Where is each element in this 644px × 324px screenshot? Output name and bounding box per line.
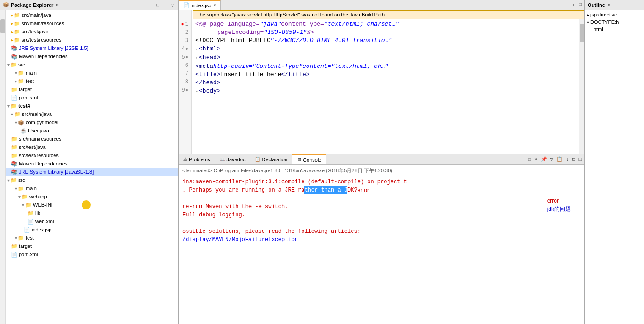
folder-icon: 📁 [11,153,17,159]
console-status-text: <terminated> C:\Program Files\Java\jre1.… [182,168,392,173]
outline-expand-icon: ▾ [587,20,589,25]
folder-icon: 📁 [11,144,17,150]
scrollbar-thumb[interactable] [580,24,584,42]
list-item[interactable]: 📁 target [6,242,178,250]
panel-maximize-icon[interactable]: □ [162,2,168,8]
code-text: <%@ page language= [195,20,259,28]
fold-icon[interactable]: ▸ [195,54,198,62]
folder-icon: 📁 [22,194,28,200]
list-item[interactable]: ▾ 📁 test [6,234,178,242]
code-text: <!DOCTYPE html PUBLIC [195,37,270,45]
list-item[interactable]: 📄 pom.xml [6,250,178,258]
console-status: <terminated> C:\Program Files\Java\jre1.… [182,165,581,176]
tree-label: target [19,87,32,92]
list-item[interactable]: 📚 Maven Dependencies [6,159,178,168]
list-item[interactable]: ▾ 📁 test4 [6,102,178,110]
tree-label: com.gyf.model [26,120,59,125]
panel-minimize-icon[interactable]: ⊟ [154,2,161,8]
list-item[interactable]: 📚 Maven Dependencies [6,52,178,60]
package-icon: 📦 [18,120,24,126]
list-item[interactable]: ▾ 📁 WEB-INF [6,201,178,209]
line-numbers: ●1 2 3 4● 5● 6 7 8 9● [179,10,192,154]
console-link-text[interactable]: /display/MAVEN/MojoFailureException [182,236,298,244]
editor-minimize-icon[interactable]: ⊟ [572,2,577,8]
tree-label: src [18,62,25,67]
console-clear-icon[interactable]: ☐ [527,156,532,163]
list-item[interactable]: ▸📁 src/main/resources [6,19,178,27]
list-item[interactable]: 📚 JRE System Library [J2SE-1.5] [6,44,178,52]
list-item[interactable]: ▾ 📁 main [6,184,178,192]
list-item[interactable]: 📄 web.xml [6,217,178,225]
outline-close-icon[interactable]: × [608,3,610,7]
fold-icon[interactable]: ▸ [195,88,198,96]
outline-item-directive[interactable]: ▸ jsp:directive [587,11,642,18]
code-text: </head> [195,79,220,87]
list-item[interactable]: 📁 src/main/resources [6,135,178,143]
tree-scrollbar-thumb[interactable] [0,19,5,33]
code-text: <body> [199,87,220,95]
panel-close-icon[interactable]: × [56,3,58,7]
outline-item-html[interactable]: html [587,26,642,33]
tab-problems[interactable]: ⚠ Problems [179,154,215,164]
list-item[interactable]: ▸📁 src/main/java [6,11,178,19]
tab-spacer [221,0,571,10]
console-options-icon[interactable]: ▽ [550,156,555,163]
folder-icon: 📁 [25,202,32,208]
list-item[interactable]: ▾ 📁 main [6,69,178,77]
list-item[interactable]: ▾ 📁 webapp [6,192,178,201]
panel-menu-icon[interactable]: ▽ [169,2,176,8]
console-pin-icon[interactable]: 📌 [540,156,548,163]
expand-icon: ▾ [7,104,10,109]
list-item[interactable]: 📄 index.jsp [6,225,178,234]
error-marker: ● [181,21,184,27]
fold-icon[interactable]: ▸ [195,45,198,54]
outline-item-doctype[interactable]: ▾ DOCTYPE:h [587,18,642,26]
list-item[interactable]: ▸ 📁 test [6,77,178,85]
console-scroll-icon[interactable]: ↓ [565,156,570,163]
list-item[interactable]: 📁 target [6,85,178,93]
tree-label: src/test/java [22,29,49,34]
tree-label: lib [35,210,40,216]
console-line: Full debug logging. [182,211,581,219]
panel-header-icons: ⊟ □ ▽ [154,2,176,8]
tab-declaration[interactable]: 📋 Declaration [250,154,292,164]
tree-label: src/test/java [19,144,46,150]
console-link-line[interactable]: /display/MAVEN/MojoFailureException [182,236,581,244]
editor-scrollbar-right[interactable] [579,10,584,154]
console-maximize-icon[interactable]: □ [578,156,583,163]
console-close-icon[interactable]: × [534,156,539,163]
console-copy-icon[interactable]: 📋 [556,156,564,163]
code-text: %> [307,28,314,37]
list-item[interactable]: ☕ User.java [6,126,178,135]
editor-tab-bar: 📄 index.jsp × ⊟ □ [179,0,584,10]
list-item[interactable]: ▾ 📁 src [6,176,178,184]
tree-label: web.xml [35,219,54,224]
editor-tab-index-jsp[interactable]: 📄 index.jsp × [179,0,221,10]
declaration-icon: 📋 [255,157,260,162]
list-item[interactable]: ▾ 📦 com.gyf.model [6,118,178,126]
editor-maximize-icon[interactable]: □ [578,2,583,8]
list-item[interactable]: ▸📁 src/test/resources [6,36,178,44]
console-text: DK? [347,186,358,194]
list-item[interactable]: 📁 src/test/resources [6,151,178,159]
tree-label: src/main/java [22,12,51,18]
expand-icon: ▾ [15,236,17,241]
editor-area: 📄 index.jsp × ⊟ □ The superclass "javax.… [179,0,584,154]
tree-scrollbar[interactable] [0,10,6,324]
list-item[interactable]: 📁 lib [6,209,178,217]
tab-javadoc[interactable]: 📖 Javadoc [215,154,250,164]
tab-close-icon[interactable]: × [213,3,216,8]
list-item[interactable]: 📄 pom.xml [6,93,178,102]
annotation-blue-label: jdk的问题 [547,205,571,213]
tree-label: pom.xml [19,95,38,100]
console-minimize-icon[interactable]: ⊟ [572,156,577,163]
list-item[interactable]: ▾ 📁 src [6,60,178,69]
tab-console[interactable]: 🖥 Console [292,154,326,164]
console-line: . Perhaps you are running on a JRE rathe… [182,186,581,194]
code-lines[interactable]: <%@ page language="java" contentType="te… [192,10,579,154]
list-item[interactable]: ▸📁 src/test/java [6,27,178,36]
list-item[interactable]: 📁 src/test/java [6,143,178,151]
list-item[interactable]: ▾ 📁 src/main/java [6,110,178,118]
list-item[interactable]: 📚 JRE System Library [JavaSE-1.8] [6,168,178,176]
expand-icon: ▾ [15,71,17,76]
